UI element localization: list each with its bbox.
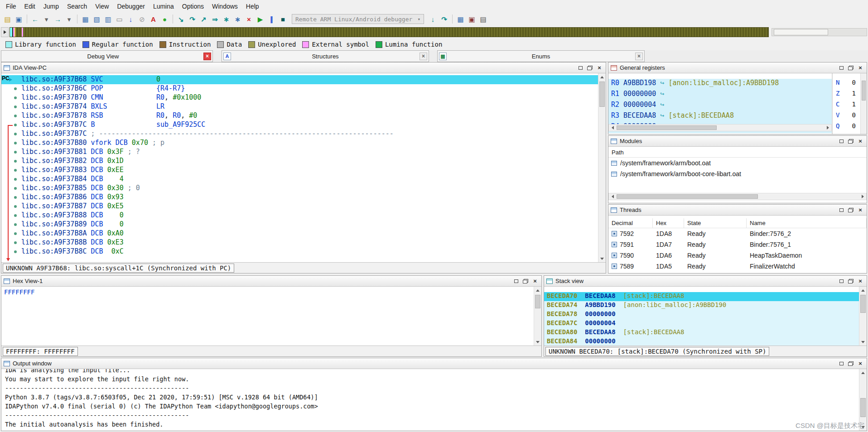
flag-row[interactable]: V0 xyxy=(833,111,860,122)
navband-strip[interactable] xyxy=(10,27,769,37)
menu-help[interactable]: Help xyxy=(242,1,263,12)
maximize-button[interactable] xyxy=(837,206,845,214)
scroll-thumb[interactable] xyxy=(617,194,758,199)
strings-icon[interactable]: A xyxy=(148,14,159,24)
threads-titlebar[interactable]: Threads × xyxy=(608,205,867,216)
tab-close-button[interactable]: × xyxy=(635,53,643,60)
table-row[interactable]: 75901DA6ReadyHeapTaskDaemon xyxy=(608,250,867,261)
scroll-down-button[interactable] xyxy=(859,338,867,346)
cancel-icon[interactable]: ⊘ xyxy=(136,14,148,24)
module-row[interactable]: /system/framework/arm/boot.oat xyxy=(608,158,867,168)
step-over-alt-icon[interactable]: ↷ xyxy=(439,14,450,24)
flag-row[interactable]: C1 xyxy=(833,101,860,111)
scroll-thumb[interactable] xyxy=(860,295,866,313)
navigate-forward-icon[interactable]: → xyxy=(52,14,63,24)
stack-row[interactable]: BECEDA80 BECEDAA8 [stack]:BECEDAA8 xyxy=(544,328,859,337)
menu-lumina[interactable]: Lumina xyxy=(149,1,178,12)
run-until-return-icon[interactable]: ↗ xyxy=(198,14,209,24)
register-row[interactable]: R1 00000000 ↪ xyxy=(608,90,832,101)
table-row[interactable]: 75921DA8ReadyBinder:7576_2 xyxy=(608,228,867,239)
terminate-process-icon[interactable]: × xyxy=(243,14,255,24)
close-button[interactable]: × xyxy=(595,64,603,72)
ida-view-titlebar[interactable]: IDA View-PC × xyxy=(1,62,606,73)
breakpoint-list-icon[interactable]: ∗ xyxy=(232,14,243,24)
stack-row[interactable]: BECEDA7C 00000004 xyxy=(544,319,859,328)
step-into-icon[interactable]: ↘ xyxy=(175,14,187,24)
navband-scroll-track[interactable] xyxy=(772,28,867,36)
tab-close-button[interactable]: × xyxy=(203,53,211,60)
register-row[interactable]: R2 00000004 ↪ xyxy=(608,101,832,111)
scroll-thumb[interactable] xyxy=(860,398,866,417)
step-over-icon[interactable]: ↷ xyxy=(187,14,198,24)
forward-history-icon[interactable]: ▾ xyxy=(63,14,75,24)
add-breakpoint-icon[interactable]: ∗ xyxy=(221,14,232,24)
disasm-line[interactable]: libc.so:A9F37B8B DCB 0xE3 xyxy=(1,238,598,247)
disasm-line[interactable]: libc.so:A9F37B8C DCB 0xC xyxy=(1,247,598,256)
maximize-button[interactable] xyxy=(512,278,520,285)
scroll-left-button[interactable] xyxy=(609,193,616,200)
modules-titlebar[interactable]: Modules × xyxy=(608,136,867,147)
debugger-windows-icon[interactable]: ▦ xyxy=(455,14,466,24)
scroll-thumb[interactable] xyxy=(535,295,540,308)
float-button[interactable] xyxy=(847,206,855,214)
float-button[interactable] xyxy=(521,278,530,285)
run-state-icon[interactable]: ● xyxy=(159,14,170,24)
hex-view-titlebar[interactable]: Hex View-1 × xyxy=(1,276,541,287)
menu-options[interactable]: Options xyxy=(178,1,208,12)
disasm-line[interactable]: libc.so:A9F37B7C B sub_A9F925CC xyxy=(1,120,598,130)
registers-titlebar[interactable]: General registers × xyxy=(608,62,867,73)
disasm-line[interactable]: libc.so:A9F37B74 BXLS LR xyxy=(1,102,598,111)
float-button[interactable] xyxy=(847,278,855,285)
navband-arrow-button[interactable] xyxy=(1,27,9,37)
tab-enums[interactable]: ▦Enums× xyxy=(437,50,645,62)
register-row[interactable]: R0 A9BBD198 ↪ [anon:libc_malloc]:A9BBD19… xyxy=(608,79,832,90)
menu-search[interactable]: Search xyxy=(63,1,91,12)
scroll-down-button[interactable] xyxy=(534,338,541,346)
flag-row[interactable]: Z1 xyxy=(833,90,860,101)
scroll-thumb[interactable] xyxy=(599,82,605,107)
float-button[interactable] xyxy=(586,64,594,72)
disasm-line[interactable]: libc.so:A9F37B85 DCB 0x30 ; 0 xyxy=(1,184,598,193)
stack-row[interactable]: BECEDA78 00000000 xyxy=(544,310,859,319)
jump-address-icon[interactable]: ↓ xyxy=(125,14,136,24)
open-file-icon[interactable]: ▤ xyxy=(2,14,13,24)
column-header-state[interactable]: State xyxy=(684,218,747,228)
stack-row[interactable]: BECEDA74 A9BBD190 [anon:libc_malloc]:A9B… xyxy=(544,301,859,310)
tracing-options-icon[interactable]: ▤ xyxy=(477,14,489,24)
scroll-right-button[interactable] xyxy=(859,193,866,200)
scroll-thumb[interactable] xyxy=(862,81,866,101)
disasm-line[interactable]: libc.so:A9F37B8A DCB 0xA0 xyxy=(1,229,598,238)
pause-process-icon[interactable]: ∥ xyxy=(266,14,277,24)
stack-row[interactable]: BECEDA70 BECEDAA8 [stack]:BECEDAA8 xyxy=(544,292,859,301)
output-titlebar[interactable]: Output window × xyxy=(1,358,867,369)
back-history-icon[interactable]: ▾ xyxy=(41,14,52,24)
menu-edit[interactable]: Edit xyxy=(20,1,39,12)
menu-windows[interactable]: Windows xyxy=(208,1,242,12)
tab-debug-view[interactable]: Debug View× xyxy=(1,50,213,62)
disasm-line[interactable]: libc.so:A9F37B88 DCB 0 xyxy=(1,211,598,220)
table-row[interactable]: 75891DA5ReadyFinalizerWatchd xyxy=(608,261,867,272)
scroll-up-button[interactable] xyxy=(859,287,867,294)
vertical-scrollbar[interactable] xyxy=(534,287,541,346)
disasm-line[interactable]: libc.so:A9F37B81 DCB 0x3F ; ? xyxy=(1,148,598,157)
hex-view[interactable]: FFFFFFFF xyxy=(1,287,541,346)
stop-process-icon[interactable]: ■ xyxy=(277,14,289,24)
close-button[interactable]: × xyxy=(531,278,539,285)
menu-view[interactable]: View xyxy=(91,1,113,12)
close-button[interactable]: × xyxy=(856,206,864,214)
disasm-line[interactable]: libc.so:A9F37B82 DCB 0x1D xyxy=(1,157,598,166)
close-button[interactable]: × xyxy=(856,360,864,367)
menu-debugger[interactable]: Debugger xyxy=(113,1,149,12)
disasm-line[interactable]: libc.so:A9F37B80 vfork DCB 0x70 ; p xyxy=(1,139,598,148)
disasm-line[interactable]: libc.so:A9F37B83 DCB 0xEE xyxy=(1,166,598,175)
menu-jump[interactable]: Jump xyxy=(39,1,63,12)
disasm-line[interactable]: libc.so:A9F37B6C POP {R4-R7} xyxy=(1,84,598,93)
scroll-up-button[interactable] xyxy=(534,287,541,294)
float-button[interactable] xyxy=(847,360,855,367)
horizontal-scrollbar[interactable] xyxy=(608,193,867,200)
float-button[interactable] xyxy=(847,64,855,72)
stack-view[interactable]: BECEDA70 BECEDAA8 [stack]:BECEDAA8BECEDA… xyxy=(544,287,867,346)
maximize-button[interactable] xyxy=(576,64,584,72)
disasm-line[interactable]: libc.so:A9F37B86 DCB 0x93 xyxy=(1,193,598,202)
scroll-up-button[interactable] xyxy=(598,73,606,81)
